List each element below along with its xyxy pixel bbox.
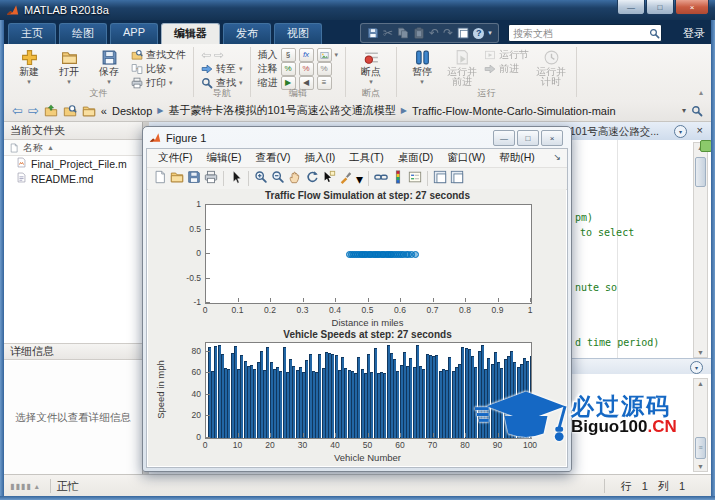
figure-menu-V[interactable]: 查看(V)	[248, 151, 297, 165]
file-row[interactable]: README.md	[4, 171, 142, 186]
insert-colorbar-icon[interactable]	[391, 170, 405, 188]
tab-视图[interactable]: 视图	[274, 23, 322, 44]
title-bar: MATLAB R2018a — □ ×	[0, 0, 715, 20]
scroll-up-icon[interactable]: ▲	[694, 379, 707, 388]
maximize-button[interactable]: □	[646, 0, 674, 15]
figure-menu-E[interactable]: 编辑(E)	[199, 151, 248, 165]
save-icon[interactable]	[367, 27, 379, 39]
breadcrumb-segment[interactable]: Desktop	[112, 105, 152, 117]
zoom-out-icon[interactable]	[271, 170, 285, 188]
editor-scrollbar[interactable]: ▲ ▼	[693, 142, 708, 358]
up-one-level-icon[interactable]	[44, 104, 58, 118]
lower-pane-menu-icon[interactable]: ▾	[690, 361, 703, 374]
forward-icon[interactable]: ⇨	[214, 48, 224, 62]
cursor-icon[interactable]	[229, 170, 243, 188]
run-and-advance-button[interactable]: 运行并前进	[444, 47, 480, 87]
run-section-button[interactable]: 运行节	[484, 49, 529, 61]
forward-icon[interactable]: ⇨	[28, 104, 39, 117]
paste-icon[interactable]	[413, 27, 425, 39]
back-icon[interactable]: ⇦	[201, 48, 211, 62]
undo-icon[interactable]: ↶	[429, 27, 439, 39]
figure-menu-D[interactable]: 桌面(D)	[391, 151, 441, 165]
data-cursor-icon[interactable]	[322, 170, 336, 188]
cut-icon[interactable]: ✂	[383, 27, 393, 39]
switch-windows-icon[interactable]	[457, 27, 469, 39]
minimize-button[interactable]: —	[617, 0, 645, 15]
figure-menu-F[interactable]: 文件(F)	[151, 151, 199, 165]
insert-image-icon[interactable]	[317, 48, 332, 62]
search-input[interactable]	[509, 28, 649, 39]
pan-hand-icon[interactable]	[288, 170, 302, 188]
figure-minimize-button[interactable]: —	[493, 130, 515, 146]
figure-menu-I[interactable]: 插入(I)	[297, 151, 342, 165]
caret-down-icon[interactable]: ▾	[356, 171, 363, 187]
brush-icon[interactable]	[339, 170, 353, 188]
link-plots-icon[interactable]	[374, 170, 388, 188]
open-file-icon[interactable]	[170, 170, 184, 188]
close-button[interactable]: ×	[675, 0, 709, 15]
breadcrumb-segment[interactable]: Traffic-Flow-Monte-Carlo-Simulation-main	[412, 105, 616, 117]
search-icon[interactable]	[649, 28, 660, 39]
redo-icon[interactable]: ↷	[443, 27, 453, 39]
compare-button[interactable]: 比较▾	[131, 63, 186, 75]
figure-close-button[interactable]: ×	[541, 130, 563, 146]
tab-APP[interactable]: APP	[110, 23, 158, 44]
scroll-down-icon[interactable]: ▼	[694, 348, 707, 357]
back-icon[interactable]: ⇦	[12, 104, 23, 117]
editor-menu-icon[interactable]: ▾	[674, 125, 687, 138]
figure-menu-W[interactable]: 窗口(W)	[440, 151, 492, 165]
run-and-time-button[interactable]: 运行并计时	[533, 47, 569, 87]
find-files-button[interactable]: 查找文件	[131, 49, 186, 61]
copy-icon[interactable]	[397, 27, 409, 39]
pause-button[interactable]: 暂停▾	[404, 47, 440, 86]
show-plot-tools-icon[interactable]	[450, 170, 464, 188]
quick-access-dropdown-icon[interactable]: ▾	[488, 29, 492, 37]
dock-figure-icon[interactable]: ↘	[553, 152, 561, 162]
insert-legend-icon[interactable]	[408, 170, 422, 188]
comment-icon[interactable]: %	[281, 62, 296, 76]
breadcrumb-segment[interactable]: 基于蒙特卡洛模拟的101号高速公路交通流模型	[168, 103, 395, 118]
scrollbar-thumb[interactable]: ≡	[695, 437, 706, 459]
insert-section-icon[interactable]: §	[281, 48, 296, 62]
sign-in-link[interactable]: 登录	[683, 26, 705, 41]
goto-button[interactable]: 转至▾	[201, 63, 243, 75]
status-grip-icon[interactable]: ▮▮▮▮ ▴	[10, 482, 40, 491]
x-tick	[368, 298, 369, 302]
figure-maximize-button[interactable]: □	[517, 130, 539, 146]
figure-title-bar[interactable]: Figure 1 — □ ×	[143, 127, 571, 148]
rotate-3d-icon[interactable]	[305, 170, 319, 188]
advance-button[interactable]: 前进	[484, 63, 529, 75]
uncomment-icon[interactable]: %	[299, 62, 314, 76]
figure-menu-H[interactable]: 帮助(H)	[492, 151, 542, 165]
wrap-comment-icon[interactable]: %	[317, 62, 332, 76]
file-row[interactable]: Final_Project_File.m	[4, 156, 142, 171]
scroll-down-icon[interactable]: ▼	[694, 462, 707, 471]
zoom-in-icon[interactable]	[254, 170, 268, 188]
browse-folder-icon[interactable]	[63, 104, 77, 118]
tab-发布[interactable]: 发布	[223, 23, 271, 44]
new-figure-icon[interactable]	[153, 170, 167, 188]
help-icon[interactable]: ?	[473, 28, 484, 39]
tab-绘图[interactable]: 绘图	[59, 23, 107, 44]
open-button[interactable]: 打开▾	[51, 47, 87, 86]
tab-主页[interactable]: 主页	[8, 23, 56, 44]
ribbon-group-breakpoints: 断点▾ 断点	[346, 44, 396, 100]
y-tick	[206, 229, 210, 230]
scrollbar-thumb[interactable]	[695, 157, 706, 187]
new-button[interactable]: 新建▾	[11, 47, 47, 86]
editor-close-icon[interactable]: ×	[697, 124, 703, 136]
print-figure-icon[interactable]	[204, 170, 218, 188]
tab-编辑器[interactable]: 编辑器	[161, 23, 220, 44]
breakpoints-button[interactable]: 断点▾	[353, 47, 389, 86]
save-button[interactable]: 保存▾	[91, 47, 127, 86]
name-column-header[interactable]: 名称 ▲	[4, 140, 142, 156]
hide-plot-tools-icon[interactable]	[433, 170, 447, 188]
lower-scrollbar[interactable]: ▲ ≡ ▼	[693, 378, 708, 472]
code-analyzer-indicator[interactable]	[700, 140, 711, 152]
save-figure-icon[interactable]	[187, 170, 201, 188]
folder-search-icon[interactable]	[691, 105, 703, 117]
path-dropdown-icon[interactable]: ▾	[682, 106, 686, 115]
insert-function-icon[interactable]: fx	[299, 48, 314, 62]
figure-menu-T[interactable]: 工具(T)	[342, 151, 390, 165]
collapse-ribbon-icon[interactable]: ▴	[699, 88, 703, 97]
